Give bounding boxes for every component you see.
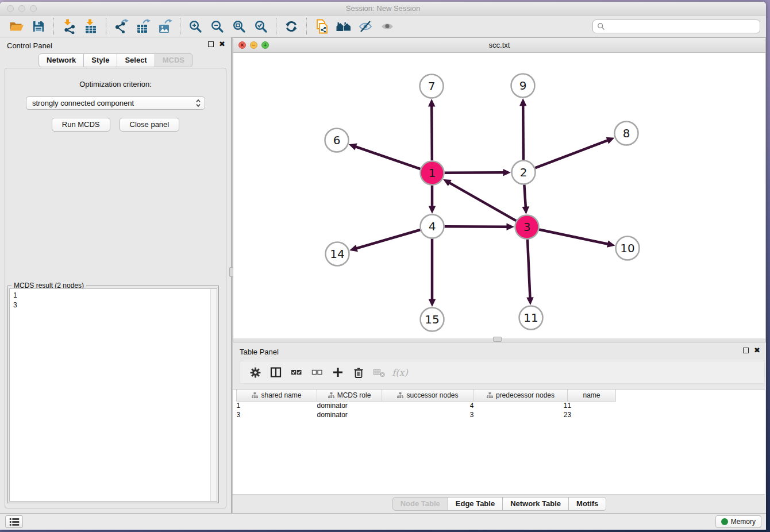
apply-layout-button[interactable] [333, 17, 355, 36]
table-cell[interactable]: 1 [237, 401, 317, 410]
graph-node-14[interactable]: 14 [326, 242, 349, 266]
refresh-view-button[interactable] [280, 17, 302, 36]
graph-node-15[interactable]: 15 [421, 308, 444, 331]
column-header[interactable]: successor nodes [382, 390, 474, 401]
close-panel-icon[interactable]: ✖ [754, 347, 760, 354]
delete-columns-button[interactable] [369, 364, 390, 381]
import-network-button[interactable] [58, 17, 80, 36]
select-all-columns-button[interactable] [286, 364, 307, 381]
graph-edge-2-3[interactable] [524, 184, 526, 207]
search-input[interactable] [608, 22, 756, 30]
horizontal-splitter[interactable] [233, 338, 765, 342]
show-panels-button[interactable] [5, 515, 23, 528]
zoom-out-icon [210, 20, 224, 33]
export-network-button[interactable] [110, 17, 132, 36]
float-panel-icon[interactable] [743, 348, 749, 353]
export-table-icon [136, 19, 151, 34]
graph-node-7[interactable]: 7 [420, 75, 444, 98]
table-row[interactable]: 1dominator411 [237, 401, 616, 410]
tab-select[interactable]: Select [117, 53, 155, 67]
table-cell[interactable]: 1 [568, 401, 616, 410]
memory-button[interactable]: Memory [715, 515, 761, 528]
graph-edge-3-11[interactable] [528, 239, 530, 298]
table-row[interactable]: 3dominator323 [237, 410, 616, 419]
import-table-button[interactable] [80, 17, 102, 36]
svg-text:7: 7 [428, 79, 436, 93]
mcds-result-list[interactable]: 13 [9, 288, 217, 502]
splitter-handle[interactable] [493, 337, 502, 342]
criterion-select[interactable]: strongly connected component [26, 97, 205, 110]
graph-node-6[interactable]: 6 [325, 129, 349, 152]
toolbar-separator [106, 18, 106, 35]
delete-rows-button[interactable] [348, 364, 369, 381]
graph-node-2[interactable]: 2 [512, 161, 536, 184]
graph-edge-3-10[interactable] [539, 229, 609, 244]
node-table: shared nameMCDS rolesuccessor nodesprede… [233, 389, 765, 495]
add-row-button[interactable] [328, 364, 348, 381]
svg-text:6: 6 [333, 133, 341, 147]
graph-node-8[interactable]: 8 [615, 122, 638, 145]
graph-node-4[interactable]: 4 [421, 215, 444, 238]
graph-edge-1-7[interactable] [432, 105, 432, 160]
svg-text:4: 4 [429, 219, 436, 233]
column-header[interactable]: name [568, 390, 616, 401]
zoom-out-button[interactable] [206, 17, 228, 36]
table-cell[interactable]: dominator [317, 401, 382, 410]
tab-network[interactable]: Network [38, 53, 84, 67]
table-cell[interactable]: 2 [474, 410, 568, 419]
clone-network-icon [315, 19, 329, 34]
tab-edge-table[interactable]: Edge Table [448, 497, 503, 511]
tab-style[interactable]: Style [84, 53, 117, 67]
show-columns-button[interactable] [265, 364, 286, 381]
table-settings-button[interactable] [245, 364, 265, 381]
zoom-in-button[interactable] [184, 17, 206, 36]
tab-node-table[interactable]: Node Table [392, 497, 448, 511]
graph-node-1[interactable]: 1 [421, 161, 444, 185]
close-panel-icon[interactable]: ✖ [219, 41, 225, 48]
graph-edge-2-8[interactable] [535, 140, 609, 168]
show-all-button[interactable] [376, 17, 398, 36]
network-canvas[interactable]: 7968124314101511 [233, 53, 765, 338]
close-panel-button[interactable]: Close panel [120, 118, 180, 132]
clone-network-button[interactable] [311, 17, 333, 36]
table-cell[interactable]: 3 [568, 410, 616, 419]
open-session-button[interactable] [6, 17, 28, 36]
graph-edge-1-2[interactable] [444, 172, 504, 173]
graph-edge-4-3[interactable] [444, 226, 507, 227]
hide-selected-button[interactable] [355, 17, 376, 36]
tab-motifs[interactable]: Motifs [569, 497, 606, 511]
table-cell[interactable]: 3 [382, 410, 474, 419]
column-header[interactable]: predecessor nodes [474, 390, 568, 401]
export-table-button[interactable] [132, 17, 154, 36]
graph-edge-2-9[interactable] [523, 105, 523, 160]
graph-edge-3-1[interactable] [449, 183, 516, 221]
zoom-fit-button[interactable] [228, 17, 250, 36]
unselect-all-columns-button[interactable] [307, 364, 328, 381]
column-header[interactable]: shared name [237, 390, 317, 401]
save-session-button[interactable] [28, 17, 49, 36]
zoom-selected-button[interactable] [250, 17, 272, 36]
export-image-button[interactable] [154, 17, 176, 36]
graph-node-11[interactable]: 11 [519, 306, 543, 330]
graph-node-9[interactable]: 9 [511, 74, 535, 98]
plus-icon [332, 367, 344, 378]
table-panel: Table Panel ✖ [233, 344, 766, 513]
result-scrollbar[interactable] [210, 289, 217, 501]
tab-network-table[interactable]: Network Table [503, 497, 569, 511]
memory-status-icon [721, 518, 728, 525]
table-cell[interactable]: dominator [317, 410, 382, 419]
table-cell[interactable]: 4 [382, 401, 474, 410]
memory-label: Memory [731, 518, 756, 526]
table-cell[interactable]: 1 [474, 401, 568, 410]
tab-mcds[interactable]: MCDS [155, 53, 192, 67]
apply-function-button[interactable]: f(x) [390, 364, 410, 381]
run-mcds-button[interactable]: Run MCDS [52, 118, 110, 132]
float-panel-icon[interactable] [208, 41, 214, 47]
graph-node-10[interactable]: 10 [616, 237, 640, 260]
graph-edge-1-6[interactable] [355, 147, 421, 169]
graph-node-3[interactable]: 3 [515, 215, 539, 239]
table-cell[interactable]: 3 [237, 410, 317, 419]
graph-edge-4-14[interactable] [356, 230, 420, 249]
column-header[interactable]: MCDS role [317, 390, 382, 401]
zoom-fit-icon [232, 20, 246, 33]
